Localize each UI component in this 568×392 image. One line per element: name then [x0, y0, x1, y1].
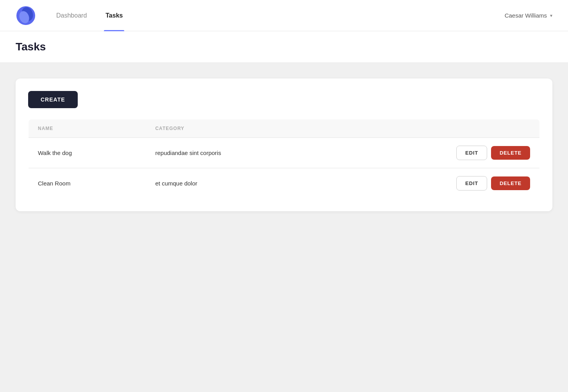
edit-button[interactable]: EDIT — [456, 146, 487, 160]
delete-button[interactable]: DELETE — [491, 146, 530, 160]
task-actions: EDITDELETE — [334, 138, 539, 168]
nav-item-tasks[interactable]: Tasks — [104, 0, 124, 31]
column-header-category: CATEGORY — [146, 119, 334, 138]
table-header-row: NAME CATEGORY — [29, 119, 540, 138]
table-row: Clean Roomet cumque dolorEDITDELETE — [29, 168, 540, 199]
chevron-down-icon: ▾ — [550, 13, 552, 18]
tasks-table: NAME CATEGORY Walk the dogrepudiandae si… — [28, 119, 540, 199]
column-header-name: NAME — [29, 119, 146, 138]
navbar-user[interactable]: Caesar Williams ▾ — [505, 12, 552, 19]
table-row: Walk the dogrepudiandae sint corporisEDI… — [29, 138, 540, 168]
column-header-actions — [334, 119, 539, 138]
edit-button[interactable]: EDIT — [456, 176, 487, 191]
task-name: Clean Room — [29, 168, 146, 199]
task-actions: EDITDELETE — [334, 168, 539, 199]
navbar: Dashboard Tasks Caesar Williams ▾ — [0, 0, 568, 31]
task-name: Walk the dog — [29, 138, 146, 168]
page-background: Tasks CREATE NAME CATEGORY Walk the dogr… — [0, 31, 568, 392]
create-button[interactable]: CREATE — [28, 91, 78, 108]
user-name: Caesar Williams — [505, 12, 547, 19]
delete-button[interactable]: DELETE — [491, 176, 530, 190]
tasks-card: CREATE NAME CATEGORY Walk the dogrepudia… — [16, 78, 552, 211]
task-category: repudiandae sint corporis — [146, 138, 334, 168]
page-main: CREATE NAME CATEGORY Walk the dogrepudia… — [0, 63, 568, 227]
nav-item-dashboard[interactable]: Dashboard — [55, 0, 88, 31]
page-header: Tasks — [0, 31, 568, 63]
nav-links: Dashboard Tasks — [55, 0, 505, 31]
page-title: Tasks — [16, 41, 552, 53]
app-logo[interactable] — [16, 5, 36, 26]
task-category: et cumque dolor — [146, 168, 334, 199]
